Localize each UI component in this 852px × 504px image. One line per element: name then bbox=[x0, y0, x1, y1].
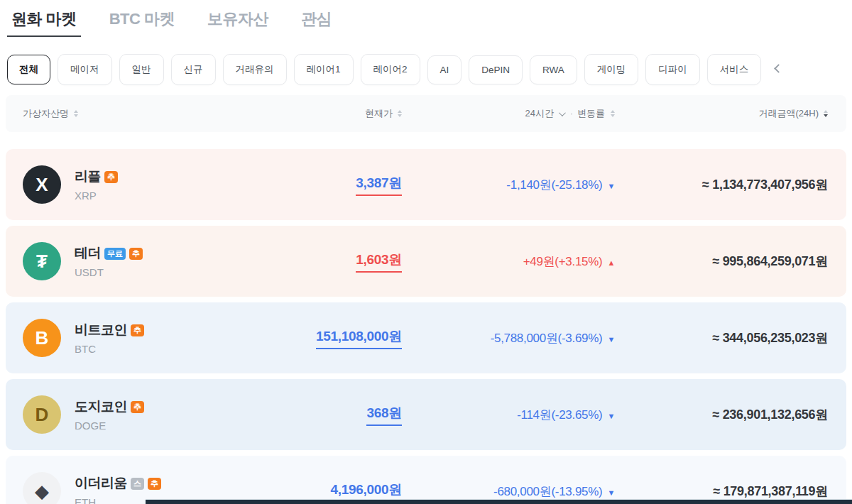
chevron-left-icon bbox=[774, 64, 783, 73]
fee-free-badge: 무료 bbox=[104, 248, 126, 260]
price-cell: 3,387원 bbox=[267, 174, 402, 196]
chip-rwa[interactable]: RWA bbox=[530, 55, 577, 84]
market-rows: X 리플 추 XRP 3,387원 -1,140원(-25.18%)▼ ≈ 1 bbox=[6, 149, 846, 504]
header-period-label[interactable]: 24시간 bbox=[525, 107, 554, 120]
coin-name: 리플 bbox=[75, 168, 101, 186]
price-cell: 151,108,000원 bbox=[267, 327, 402, 349]
asset-cell: ₮ 테더 무료 추 USDT bbox=[23, 242, 267, 280]
current-price: 151,108,000원 bbox=[316, 327, 402, 349]
coin-symbol: USDT bbox=[75, 266, 143, 278]
change-value: +49원(+3.15%) bbox=[523, 255, 603, 268]
change-cell: +49원(+3.15%)▲ bbox=[402, 253, 615, 270]
change-cell: -680,000원(-13.95%)▼ bbox=[402, 483, 615, 500]
volume-cell: ≈ 236,901,132,656원 bbox=[615, 406, 828, 423]
header-asset-label: 가상자산명 bbox=[23, 107, 69, 120]
event-badge: 추 bbox=[131, 401, 144, 413]
market-tabs: 원화 마켓 BTC 마켓 보유자산 관심 bbox=[0, 0, 852, 37]
current-price: 3,387원 bbox=[356, 174, 402, 196]
chip-depin[interactable]: DePIN bbox=[469, 55, 523, 84]
event-badge: 추 bbox=[104, 171, 118, 183]
xrp-coin-icon: X bbox=[23, 165, 61, 204]
coin-symbol: BTC bbox=[75, 343, 144, 355]
krw-market-page: 원화 마켓 BTC 마켓 보유자산 관심 전체 메이저 일반 신규 거래유의 레… bbox=[0, 0, 852, 504]
coin-name: 테더 bbox=[75, 244, 101, 263]
sort-icon-active-desc[interactable] bbox=[824, 110, 828, 117]
down-arrow-icon: ▼ bbox=[607, 412, 615, 420]
chip-gaming[interactable]: 게이밍 bbox=[584, 54, 639, 85]
tab-btc-market[interactable]: BTC 마켓 bbox=[106, 9, 178, 37]
coin-name: 이더리움 bbox=[75, 474, 127, 493]
chip-layer1[interactable]: 레이어1 bbox=[294, 54, 354, 85]
current-price: 1,603원 bbox=[356, 251, 402, 273]
chip-all[interactable]: 전체 bbox=[7, 55, 50, 84]
current-price: 368원 bbox=[366, 404, 402, 426]
chip-ai[interactable]: AI bbox=[427, 55, 462, 84]
down-arrow-icon: ▼ bbox=[607, 182, 615, 190]
chip-layer2[interactable]: 레이어2 bbox=[361, 54, 420, 85]
header-asset-name[interactable]: 가상자산명 bbox=[23, 107, 267, 120]
down-arrow-icon: ▼ bbox=[607, 488, 615, 497]
header-price[interactable]: 현재가 bbox=[267, 107, 402, 120]
chip-major[interactable]: 메이저 bbox=[58, 54, 112, 85]
header-volume[interactable]: 거래금액(24H) bbox=[615, 107, 828, 120]
chip-caution[interactable]: 거래유의 bbox=[223, 54, 287, 85]
coin-symbol: DOGE bbox=[75, 420, 144, 432]
table-row-btc[interactable]: B 비트코인 추 BTC 151,108,000원 -5,788,000원(-3… bbox=[6, 302, 846, 373]
up-arrow-icon: ▲ bbox=[607, 258, 615, 267]
volume-cell: ≈ 995,864,259,071원 bbox=[615, 253, 828, 270]
footer-banner-edge bbox=[146, 499, 852, 504]
event-badge: 추 bbox=[131, 324, 144, 336]
down-arrow-icon: ▼ bbox=[607, 335, 615, 344]
price-cell: 368원 bbox=[267, 404, 402, 426]
table-row-usdt[interactable]: ₮ 테더 무료 추 USDT 1,603원 +49원(+3.15%)▲ bbox=[6, 226, 846, 297]
staking-badge: 스 bbox=[131, 478, 144, 490]
btc-coin-icon: B bbox=[23, 319, 61, 357]
chip-new[interactable]: 신규 bbox=[171, 54, 216, 85]
coin-name: 비트코인 bbox=[75, 321, 127, 339]
price-cell: 1,603원 bbox=[267, 251, 402, 273]
change-cell: -5,788,000원(-3.69%)▼ bbox=[402, 330, 615, 346]
tab-krw-market[interactable]: 원화 마켓 bbox=[9, 9, 80, 37]
change-value: -114원(-23.65%) bbox=[517, 408, 602, 422]
change-value: -1,140원(-25.18%) bbox=[506, 178, 602, 192]
dot-separator: · bbox=[570, 109, 573, 119]
header-change: 24시간 · 변동률 bbox=[402, 107, 615, 120]
coin-symbol: XRP bbox=[75, 190, 118, 202]
chip-general[interactable]: 일반 bbox=[119, 54, 164, 85]
chip-scroll-button[interactable] bbox=[770, 62, 785, 77]
usdt-coin-icon: ₮ bbox=[23, 242, 61, 280]
eth-coin-icon: ◆ bbox=[23, 472, 61, 504]
tab-holdings[interactable]: 보유자산 bbox=[204, 9, 271, 37]
market-table: 가상자산명 현재가 24시간 · 변동률 거래금액(24H) bbox=[0, 85, 852, 504]
change-cell: -114원(-23.65%)▼ bbox=[402, 407, 615, 423]
table-header: 가상자산명 현재가 24시간 · 변동률 거래금액(24H) bbox=[6, 95, 846, 132]
change-value: -680,000원(-13.95%) bbox=[493, 485, 602, 498]
header-volume-label: 거래금액(24H) bbox=[758, 107, 819, 120]
change-cell: -1,140원(-25.18%)▼ bbox=[402, 177, 615, 193]
sort-icon[interactable] bbox=[74, 110, 78, 117]
event-badge: 추 bbox=[148, 478, 161, 490]
table-row-doge[interactable]: D 도지코인 추 DOGE 368원 -114원(-23.65%)▼ ≈ 23 bbox=[6, 379, 846, 450]
chip-service[interactable]: 서비스 bbox=[707, 54, 762, 85]
volume-cell: ≈ 344,056,235,023원 bbox=[615, 329, 828, 346]
chevron-down-icon[interactable] bbox=[559, 109, 566, 116]
header-price-label: 현재가 bbox=[365, 107, 393, 120]
change-value: -5,788,000원(-3.69%) bbox=[491, 332, 603, 345]
table-row-eth[interactable]: ◆ 이더리움 스 추 ETH 4,196,000원 -680,000원(-13.… bbox=[6, 456, 846, 504]
asset-cell: D 도지코인 추 DOGE bbox=[23, 395, 267, 434]
doge-coin-icon: D bbox=[23, 395, 61, 434]
header-change-label[interactable]: 변동률 bbox=[577, 107, 605, 120]
tab-watchlist[interactable]: 관심 bbox=[298, 9, 334, 37]
volume-cell: ≈ 179,871,387,119원 bbox=[615, 483, 828, 500]
chip-defi[interactable]: 디파이 bbox=[645, 54, 700, 85]
table-row-xrp[interactable]: X 리플 추 XRP 3,387원 -1,140원(-25.18%)▼ ≈ 1 bbox=[6, 149, 846, 220]
event-badge: 추 bbox=[129, 248, 143, 260]
volume-cell: ≈ 1,134,773,407,956원 bbox=[615, 176, 828, 193]
coin-name: 도지코인 bbox=[75, 398, 127, 416]
asset-cell: B 비트코인 추 BTC bbox=[23, 319, 267, 357]
asset-cell: X 리플 추 XRP bbox=[23, 165, 267, 204]
category-filter-bar: 전체 메이저 일반 신규 거래유의 레이어1 레이어2 AI DePIN RWA… bbox=[0, 37, 852, 85]
